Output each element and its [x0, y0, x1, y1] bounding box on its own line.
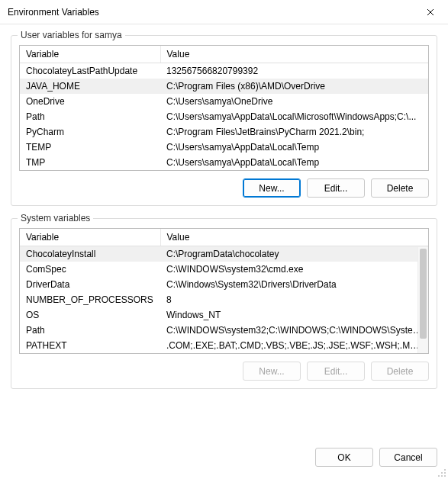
cancel-button[interactable]: Cancel: [379, 448, 437, 467]
cell-value: C:\ProgramData\chocolatey: [160, 246, 428, 262]
cell-value: C:\Program Files\JetBrains\PyCharm 2021.…: [160, 124, 428, 140]
cell-value: 8: [160, 292, 428, 307]
system-edit-button[interactable]: Edit...: [307, 362, 365, 381]
titlebar: Environment Variables: [0, 0, 448, 24]
table-row[interactable]: PathC:\WINDOWS\system32;C:\WINDOWS;C:\WI…: [20, 323, 428, 338]
ok-button[interactable]: OK: [315, 448, 373, 467]
system-variables-group: System variables Variable Value Chocolat…: [11, 218, 437, 389]
cell-variable: ChocolateyInstall: [20, 246, 160, 262]
system-variables-buttons: New... Edit... Delete: [19, 362, 429, 381]
system-delete-button[interactable]: Delete: [371, 362, 429, 381]
cell-variable: PATHEXT: [20, 338, 160, 353]
cell-variable: Path: [20, 109, 160, 124]
user-delete-button[interactable]: Delete: [371, 178, 429, 198]
cell-value: C:\Users\samya\AppData\Local\Microsoft\W…: [160, 109, 428, 124]
svg-point-5: [444, 475, 446, 477]
cell-variable: NUMBER_OF_PROCESSORS: [20, 292, 160, 307]
table-row[interactable]: JAVA_HOMEC:\Program Files (x86)\AMD\Over…: [20, 79, 428, 94]
cell-value: C:\Users\samya\OneDrive: [160, 94, 428, 109]
dialog-buttons: OK Cancel: [305, 443, 448, 474]
cell-value: C:\Users\samya\AppData\Local\Temp: [160, 140, 428, 155]
cell-variable: TEMP: [20, 140, 160, 155]
column-header-value[interactable]: Value: [160, 229, 428, 246]
cell-value: .COM;.EXE;.BAT;.CMD;.VBS;.VBE;.JS;.JSE;.…: [160, 338, 428, 353]
svg-point-4: [441, 475, 443, 477]
close-icon: [427, 8, 434, 16]
cell-variable: Path: [20, 323, 160, 338]
cell-variable: JAVA_HOME: [20, 79, 160, 94]
user-variables-table: Variable Value ChocolateyLastPathUpdate1…: [19, 45, 429, 171]
table-row[interactable]: ChocolateyInstallC:\ProgramData\chocolat…: [20, 246, 428, 262]
cell-value: C:\WINDOWS\system32\cmd.exe: [160, 262, 428, 277]
column-header-variable[interactable]: Variable: [20, 229, 160, 246]
svg-point-3: [438, 475, 440, 477]
table-header-row: Variable Value: [20, 229, 428, 246]
system-variables-label: System variables: [18, 213, 93, 223]
cell-value: 132567566820799392: [160, 63, 428, 79]
cell-variable: DriverData: [20, 277, 160, 292]
user-variables-group: User variables for samya Variable Value …: [11, 35, 437, 206]
svg-point-0: [444, 469, 446, 471]
dialog-title: Environment Variables: [8, 7, 99, 18]
cell-variable: ChocolateyLastPathUpdate: [20, 63, 160, 79]
svg-point-1: [441, 472, 443, 474]
column-header-variable[interactable]: Variable: [20, 46, 160, 63]
cell-variable: OneDrive: [20, 94, 160, 109]
table-header-row: Variable Value: [20, 46, 428, 63]
user-variables-label: User variables for samya: [18, 30, 125, 40]
table-row[interactable]: PATHEXT.COM;.EXE;.BAT;.CMD;.VBS;.VBE;.JS…: [20, 338, 428, 353]
resize-grip[interactable]: [437, 468, 446, 477]
scrollbar-thumb[interactable]: [420, 249, 427, 339]
cell-variable: ComSpec: [20, 262, 160, 277]
table-row[interactable]: DriverDataC:\Windows\System32\Drivers\Dr…: [20, 277, 428, 292]
user-new-button[interactable]: New...: [243, 178, 301, 198]
cell-variable: OS: [20, 307, 160, 323]
cell-value: C:\Windows\System32\Drivers\DriverData: [160, 277, 428, 292]
column-header-value[interactable]: Value: [160, 46, 428, 63]
system-variables-table: Variable Value ChocolateyInstallC:\Progr…: [19, 228, 429, 354]
system-new-button[interactable]: New...: [243, 362, 301, 381]
svg-point-2: [444, 472, 446, 474]
cell-variable: TMP: [20, 155, 160, 170]
close-button[interactable]: [413, 0, 448, 24]
resize-grip-icon: [437, 468, 446, 477]
table-row[interactable]: OSWindows_NT: [20, 307, 428, 323]
table-row[interactable]: PathC:\Users\samya\AppData\Local\Microso…: [20, 109, 428, 124]
table-row[interactable]: TEMPC:\Users\samya\AppData\Local\Temp: [20, 140, 428, 155]
cell-value: C:\WINDOWS\system32;C:\WINDOWS;C:\WINDOW…: [160, 323, 428, 338]
table-row[interactable]: OneDriveC:\Users\samya\OneDrive: [20, 94, 428, 109]
dialog-content: User variables for samya Variable Value …: [0, 24, 448, 407]
table-row[interactable]: ChocolateyLastPathUpdate1325675668207993…: [20, 63, 428, 79]
user-edit-button[interactable]: Edit...: [307, 178, 365, 198]
cell-variable: PyCharm: [20, 124, 160, 140]
table-row[interactable]: PyCharmC:\Program Files\JetBrains\PyChar…: [20, 124, 428, 140]
cell-value: C:\Program Files (x86)\AMD\OverDrive: [160, 79, 428, 94]
table-row[interactable]: TMPC:\Users\samya\AppData\Local\Temp: [20, 155, 428, 170]
system-scrollbar[interactable]: [417, 247, 428, 353]
cell-value: Windows_NT: [160, 307, 428, 323]
user-variables-buttons: New... Edit... Delete: [19, 178, 429, 198]
table-row[interactable]: ComSpecC:\WINDOWS\system32\cmd.exe: [20, 262, 428, 277]
table-row[interactable]: NUMBER_OF_PROCESSORS8: [20, 292, 428, 307]
cell-value: C:\Users\samya\AppData\Local\Temp: [160, 155, 428, 170]
